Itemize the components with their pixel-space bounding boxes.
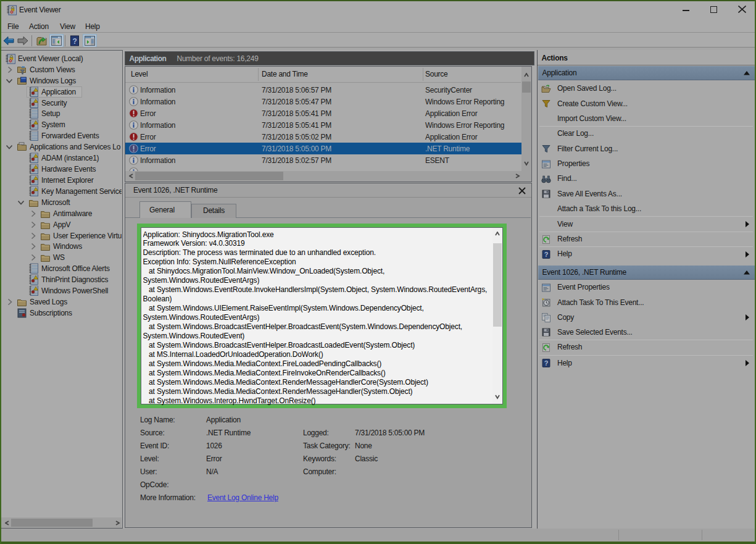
svg-text:?: ? bbox=[72, 37, 77, 46]
svg-text:?: ? bbox=[544, 359, 549, 367]
svg-text:?: ? bbox=[544, 251, 549, 258]
